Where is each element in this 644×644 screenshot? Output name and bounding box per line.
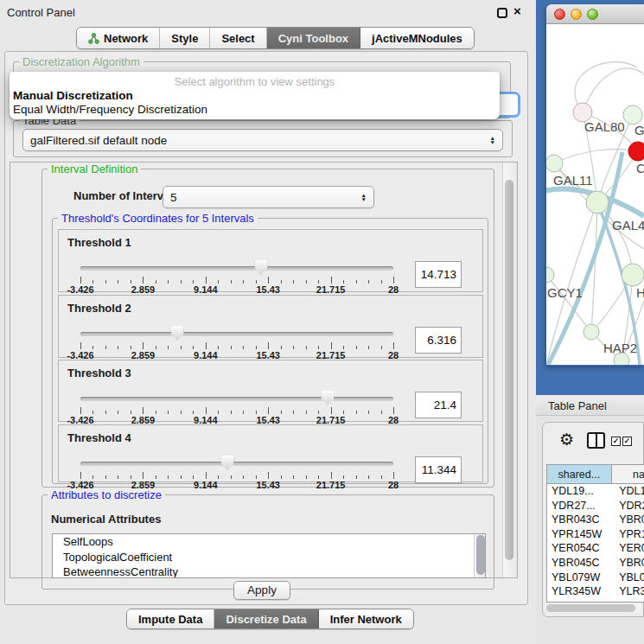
slider-track[interactable] — [80, 332, 393, 336]
tab-select[interactable]: Select — [210, 28, 266, 48]
cell-shared-name[interactable]: YBR045C — [547, 556, 612, 571]
slider-thumb[interactable] — [221, 456, 234, 470]
threshold-1-slider[interactable]: -3.4262.8599.14415.4321.71528 — [80, 259, 393, 292]
table-data-combobox[interactable]: galFiltered.sif default node ▲▼ — [22, 129, 503, 151]
network-node[interactable] — [546, 155, 563, 172]
tab-impute-data[interactable]: Impute Data — [127, 609, 214, 628]
table-row[interactable]: YBL079WYBL0 — [547, 571, 644, 585]
cell-shared-name[interactable]: YIL052C — [547, 599, 612, 603]
cell-shared-name[interactable]: YLR345W — [547, 584, 612, 599]
apply-button[interactable]: Apply — [233, 581, 290, 600]
tab-network[interactable]: Network — [77, 28, 160, 48]
tick-mark — [118, 475, 118, 479]
table-row[interactable]: YER054CYER0 — [547, 541, 644, 556]
threshold-3-slider[interactable]: -3.4262.8599.14415.4321.71528 — [80, 390, 393, 423]
tick-mark — [105, 280, 106, 284]
checkbox-icon[interactable]: ✓ — [622, 437, 632, 446]
column-header-name[interactable]: na — [612, 465, 644, 483]
threshold-2-slider[interactable]: -3.4262.8599.14415.4321.71528 — [80, 325, 393, 358]
algorithm-option-manual[interactable]: Manual Discretization — [13, 89, 133, 102]
tab-discretize-data[interactable]: Discretize Data — [214, 609, 318, 628]
cell-name[interactable]: YPR1 — [612, 527, 644, 542]
column-header-shared-name[interactable]: shared... — [547, 465, 612, 483]
columns-icon[interactable] — [587, 432, 605, 449]
network-node[interactable] — [583, 324, 599, 340]
table-row[interactable]: YDR27...YDR2 — [547, 499, 644, 513]
close-traffic-light-icon[interactable] — [554, 9, 565, 20]
cell-shared-name[interactable]: YBL079W — [547, 571, 612, 585]
threshold-4-slider[interactable]: -3.4262.8599.14415.4321.71528 — [80, 455, 393, 488]
minimize-traffic-light-icon[interactable] — [571, 9, 582, 20]
cell-name[interactable]: YDL1 — [612, 484, 644, 499]
tick-mark — [168, 411, 169, 414]
threshold-1-value-field[interactable]: 14.713 — [415, 261, 462, 288]
cell-name[interactable]: YBR0 — [612, 556, 644, 571]
network-node[interactable] — [623, 105, 642, 124]
tab-cyni-toolbox[interactable]: Cyni Toolbox — [267, 28, 360, 48]
slider-thumb[interactable] — [321, 391, 334, 405]
tick-mark — [92, 475, 93, 479]
cell-name[interactable]: YBL0 — [612, 571, 644, 585]
cell-shared-name[interactable]: YDL19... — [547, 484, 612, 499]
slider-scale-label: 28 — [388, 284, 399, 295]
tick-mark — [118, 346, 118, 349]
algorithm-option-equal-width[interactable]: Equal Width/Frequency Discretization — [13, 103, 207, 116]
network-view-window: GAL80GACGAL11GAL4GCY1HHAP2 — [546, 4, 644, 366]
slider-thumb[interactable] — [171, 326, 184, 341]
tab-style[interactable]: Style — [160, 28, 210, 48]
cell-name[interactable]: YER0 — [612, 541, 644, 556]
tick-mark — [80, 472, 81, 479]
cell-shared-name[interactable]: YPR145W — [547, 527, 612, 542]
network-node[interactable] — [628, 142, 644, 161]
cell-shared-name[interactable]: YDR27... — [547, 499, 612, 513]
table-horizontal-scrollbar[interactable] — [545, 603, 642, 613]
settings-scrollbar[interactable] — [502, 163, 517, 577]
slider-track[interactable] — [80, 462, 393, 466]
tick-mark — [156, 411, 156, 414]
tick-mark — [206, 472, 207, 479]
slider-scale-label: 21.715 — [316, 284, 346, 295]
network-node[interactable] — [586, 191, 609, 214]
threshold-4-value-field[interactable]: 11.344 — [415, 456, 462, 483]
list-item[interactable]: SelfLoops — [53, 534, 485, 550]
zoom-traffic-light-icon[interactable] — [587, 9, 598, 20]
tick-mark — [131, 475, 131, 479]
number-of-intervals-combobox[interactable]: 5 ▲▼ — [163, 186, 374, 208]
slider-track[interactable] — [80, 397, 393, 401]
table-row[interactable]: YLR345WYLR3 — [547, 584, 644, 599]
slider-track[interactable] — [80, 266, 393, 271]
list-item[interactable]: TopologicalCoefficient — [53, 550, 485, 565]
gear-icon[interactable]: ⚙ — [559, 430, 574, 450]
scrollbar-thumb[interactable] — [546, 604, 635, 612]
network-node[interactable] — [546, 267, 554, 283]
tab-infer-network[interactable]: Infer Network — [319, 609, 413, 628]
cell-shared-name[interactable]: YBR043C — [547, 513, 612, 527]
network-canvas[interactable]: GAL80GACGAL11GAL4GCY1HHAP2 — [546, 24, 644, 365]
table-row[interactable]: YBR043CYBR0 — [547, 513, 644, 527]
table-row[interactable]: YBR045CYBR0 — [547, 556, 644, 571]
cell-name[interactable]: YBR0 — [612, 513, 644, 527]
list-scrollbar[interactable] — [474, 534, 485, 578]
tick-mark — [206, 277, 207, 284]
threshold-3-value-field[interactable]: 21.4 — [415, 392, 462, 418]
slider-thumb[interactable] — [254, 260, 267, 275]
checkbox-icon[interactable]: ✓ — [611, 437, 621, 446]
tick-mark — [256, 280, 257, 284]
float-window-icon[interactable] — [497, 8, 507, 18]
table-row[interactable]: YDL19...YDL1 — [547, 484, 644, 499]
tab-jactivemnodules[interactable]: jActiveMNodules — [360, 28, 474, 48]
cell-name[interactable]: YIL0 — [612, 599, 644, 603]
group-label: Threshold's Coordinates for 5 Intervals — [58, 212, 258, 225]
network-window-titlebar[interactable] — [546, 4, 644, 24]
tick-mark — [243, 346, 244, 349]
cell-name[interactable]: YDR2 — [612, 499, 644, 513]
table-row[interactable]: YIL052CYIL0 — [547, 599, 644, 603]
cell-shared-name[interactable]: YER054C — [547, 541, 612, 556]
cell-name[interactable]: YLR3 — [612, 584, 644, 599]
threshold-2-value-field[interactable]: 6.316 — [415, 327, 462, 354]
table-row[interactable]: YPR145WYPR1 — [547, 527, 644, 542]
network-node[interactable] — [622, 264, 644, 286]
list-item[interactable]: BetweennessCentrality — [53, 564, 485, 578]
tick-mark — [381, 280, 382, 284]
close-icon[interactable]: × — [513, 3, 521, 18]
